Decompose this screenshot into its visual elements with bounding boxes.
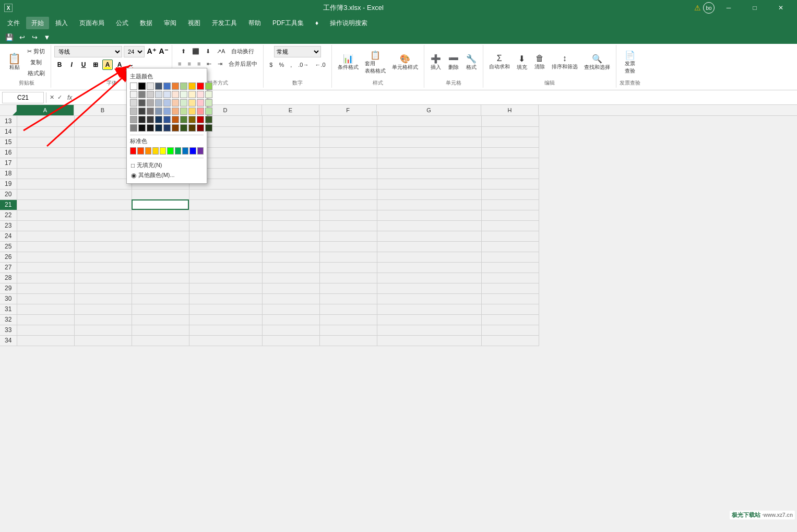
cell-B29[interactable] [74,283,132,293]
color-swatch-11[interactable] [147,82,154,90]
cell-G21[interactable] [377,199,481,210]
cell-G22[interactable] [377,210,481,220]
cell-E21[interactable] [262,199,319,210]
cell-B18[interactable] [74,168,132,179]
find-select-button[interactable]: 🔍 查找和选择 [581,49,613,76]
color-swatch-57[interactable] [205,116,212,123]
color-swatch-23[interactable] [163,82,171,90]
color-swatch-31[interactable] [172,99,179,107]
cell-G20[interactable] [377,189,481,199]
cell-B16[interactable] [74,147,132,158]
more-colors-option[interactable]: ◉ 其他颜色(M)... [130,170,204,180]
cell-F31[interactable] [319,304,377,314]
font-shrink-button[interactable]: A⁻ [158,46,169,56]
color-swatch-14[interactable] [147,108,154,115]
formatpaint-button[interactable]: 格式刷 [25,68,47,78]
cell-F20[interactable] [319,189,377,199]
align-left[interactable]: ≡ [175,58,184,69]
color-swatch-44[interactable] [188,108,196,115]
cell-G13[interactable] [377,116,481,126]
color-swatch-56[interactable] [205,108,212,115]
color-swatch-4[interactable] [130,116,137,123]
row-header-30[interactable]: 30 [0,293,17,304]
menu-formula[interactable]: 公式 [111,17,134,29]
color-swatch-18[interactable] [155,91,162,98]
insert-button[interactable]: ➕ 插入 [427,49,444,76]
color-swatch-54[interactable] [205,91,212,98]
cell-E29[interactable] [262,283,319,293]
cell-D31[interactable] [189,304,262,314]
align-right[interactable]: ≡ [195,58,203,69]
cell-H15[interactable] [481,137,539,147]
cell-A24[interactable] [17,231,74,241]
cell-B17[interactable] [74,158,132,168]
color-swatch-40[interactable] [180,124,187,132]
cell-H30[interactable] [481,293,539,304]
color-swatch-13[interactable] [147,99,154,107]
cell-G28[interactable] [377,273,481,283]
color-swatch-33[interactable] [172,116,179,123]
col-header-A[interactable]: A [17,105,74,115]
cell-G27[interactable] [377,262,481,273]
cell-F18[interactable] [319,168,377,179]
clear-button[interactable]: 🗑 清除 [531,49,548,76]
cell-H16[interactable] [481,147,539,158]
menu-data[interactable]: 数据 [135,17,158,29]
cell-A15[interactable] [17,137,74,147]
cell-D34[interactable] [189,335,262,346]
color-swatch-35[interactable] [180,82,187,90]
cell-E23[interactable] [262,220,319,231]
cell-C31[interactable] [132,304,189,314]
row-header-21[interactable]: 21 [0,199,17,210]
cell-H17[interactable] [481,158,539,168]
cell-F25[interactable] [319,241,377,252]
color-swatch-39[interactable] [180,116,187,123]
decrease-decimal[interactable]: ←.0 [312,60,328,70]
confirm-formula-button[interactable]: ✓ [56,94,63,101]
cell-F19[interactable] [319,179,377,189]
cell-H32[interactable] [481,314,539,325]
minimize-button[interactable]: ─ [717,0,741,16]
cell-C33[interactable] [132,325,189,335]
cell-B20[interactable] [74,189,132,199]
border-button[interactable]: ⊞ [90,60,101,70]
cell-reference-box[interactable] [2,92,44,103]
row-header-16[interactable]: 16 [0,147,17,158]
cell-H25[interactable] [481,241,539,252]
cell-A22[interactable] [17,210,74,220]
cell-G31[interactable] [377,304,481,314]
color-swatch-47[interactable] [197,82,204,90]
color-swatch-6[interactable] [138,91,146,98]
menu-home[interactable]: 开始 [26,17,49,29]
row-header-18[interactable]: 18 [0,168,17,179]
font-size-select[interactable]: 24 [124,46,145,57]
color-swatch-50[interactable] [197,108,204,115]
cell-A19[interactable] [17,179,74,189]
increase-indent[interactable]: ⇥ [215,58,225,69]
row-header-26[interactable]: 26 [0,252,17,262]
cell-D21[interactable] [189,199,262,210]
number-format-select[interactable]: 常规 [274,46,321,57]
color-swatch-38[interactable] [180,108,187,115]
cell-A27[interactable] [17,262,74,273]
cell-H20[interactable] [481,189,539,199]
sort-filter-button[interactable]: ↕ 排序和筛选 [549,49,580,76]
row-header-27[interactable]: 27 [0,262,17,273]
menu-file[interactable]: 文件 [2,17,25,29]
cell-H14[interactable] [481,126,539,137]
comma-button[interactable]: , [288,60,294,70]
color-swatch-27[interactable] [163,116,171,123]
cell-H29[interactable] [481,283,539,293]
merge-center-button[interactable]: 合并后居中 [226,58,260,69]
color-swatch-36[interactable] [180,91,187,98]
menu-insert[interactable]: 插入 [50,17,73,29]
color-swatch-17[interactable] [155,82,162,90]
cell-C29[interactable] [132,283,189,293]
cell-G26[interactable] [377,252,481,262]
font-color-button[interactable]: A [114,60,125,70]
color-swatch-46[interactable] [188,124,196,132]
format-button[interactable]: 🔧 格式 [463,49,480,76]
cell-H31[interactable] [481,304,539,314]
cell-C26[interactable] [132,252,189,262]
row-header-31[interactable]: 31 [0,304,17,314]
